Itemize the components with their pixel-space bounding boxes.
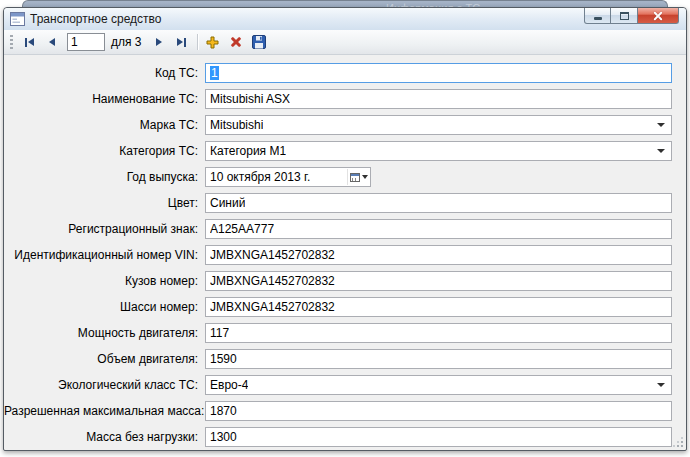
- field-value: JMBXNGA1452702832: [210, 248, 335, 262]
- field-value: Евро-4: [210, 378, 248, 392]
- field-row: Наименование ТС:Mitsubishi ASX: [4, 86, 672, 112]
- text-input[interactable]: JMBXNGA1452702832: [205, 271, 672, 291]
- field-label: Марка ТС:: [4, 118, 205, 132]
- field-row: Регистрационный знак:A125AA777: [4, 216, 672, 242]
- move-first-button[interactable]: [18, 32, 40, 52]
- field-label: Шасси номер:: [4, 300, 205, 314]
- titlebar[interactable]: Транспортное средство: [4, 8, 686, 30]
- add-new-button[interactable]: [202, 32, 224, 52]
- field-row: Кузов номер:JMBXNGA1452702832: [4, 268, 672, 294]
- field-value: 10 октября 2013 г.: [210, 170, 310, 184]
- move-first-icon: [25, 38, 34, 47]
- text-input[interactable]: Mitsubishi ASX: [205, 89, 672, 109]
- move-previous-button[interactable]: [41, 32, 63, 52]
- close-icon: [653, 11, 663, 21]
- combo-box[interactable]: Евро-4: [205, 375, 672, 395]
- field-row: Шасси номер:JMBXNGA1452702832: [4, 294, 672, 320]
- text-input[interactable]: JMBXNGA1452702832: [205, 245, 672, 265]
- text-input[interactable]: 117: [205, 323, 672, 343]
- vehicle-form-window: Транспортное средство для 3: [3, 7, 687, 451]
- save-button[interactable]: [248, 32, 270, 52]
- window-title: Транспортное средство: [30, 12, 162, 26]
- combo-box[interactable]: Mitsubishi: [205, 115, 672, 135]
- field-value: 1870: [210, 404, 237, 418]
- field-label: Масса без нагрузки:: [4, 430, 205, 444]
- form-fields: Код ТС:1Наименование ТС:Mitsubishi ASXМа…: [4, 55, 686, 451]
- field-label: Экологический класс ТС:: [4, 378, 205, 392]
- move-next-button[interactable]: [148, 32, 170, 52]
- calendar-icon: [350, 173, 360, 182]
- field-value: A125AA777: [210, 222, 274, 236]
- field-row: Объем двигателя:1590: [4, 346, 672, 372]
- field-row: Категория ТС:Категория M1: [4, 138, 672, 164]
- delete-icon: [230, 36, 242, 48]
- text-input[interactable]: 1870: [205, 401, 672, 421]
- text-input[interactable]: 1590: [205, 349, 672, 369]
- field-label: Кузов номер:: [4, 274, 205, 288]
- field-value: Категория M1: [210, 144, 286, 158]
- field-label: Идентификационный номер VIN:: [4, 248, 205, 262]
- field-value: 1300: [210, 430, 237, 444]
- combo-box[interactable]: Категория M1: [205, 141, 672, 161]
- text-input[interactable]: JMBXNGA1452702832: [205, 297, 672, 317]
- form-window-icon: [10, 12, 25, 26]
- date-picker[interactable]: 10 октября 2013 г.: [205, 167, 371, 187]
- toolbar-separator: [197, 34, 198, 50]
- text-input[interactable]: A125AA777: [205, 219, 672, 239]
- field-label: Разрешенная максимальная масса:: [4, 404, 205, 418]
- text-input[interactable]: 1300: [205, 427, 672, 447]
- record-count-label: для 3: [111, 35, 142, 49]
- save-icon: [252, 35, 266, 49]
- chevron-down-icon[interactable]: [657, 123, 665, 127]
- maximize-button[interactable]: [611, 8, 637, 24]
- field-row: Цвет:Синий: [4, 190, 672, 216]
- field-value: Синий: [210, 196, 245, 210]
- calendar-dropdown-button[interactable]: [347, 169, 369, 185]
- move-last-button[interactable]: [171, 32, 193, 52]
- field-label: Наименование ТС:: [4, 92, 205, 106]
- field-value: JMBXNGA1452702832: [210, 274, 335, 288]
- field-row: Масса без нагрузки:1300: [4, 424, 672, 450]
- field-value: 117: [210, 326, 229, 340]
- field-label: Категория ТС:: [4, 144, 205, 158]
- field-label: Мощность двигателя:: [4, 326, 205, 340]
- move-last-icon: [177, 38, 186, 47]
- field-row: Год выпуска:10 октября 2013 г.: [4, 164, 672, 190]
- field-value: 1: [210, 66, 219, 80]
- chevron-down-icon[interactable]: [657, 149, 665, 153]
- field-value: 1590: [210, 352, 237, 366]
- field-value: JMBXNGA1452702832: [210, 300, 335, 314]
- move-previous-icon: [49, 38, 55, 46]
- minimize-button[interactable]: [584, 8, 611, 24]
- text-input[interactable]: 1: [205, 63, 672, 83]
- resize-grip[interactable]: [672, 436, 684, 448]
- binding-navigator-toolbar: для 3: [4, 30, 686, 55]
- field-row: Идентификационный номер VIN:JMBXNGA14527…: [4, 242, 672, 268]
- toolbar-grip[interactable]: [10, 35, 13, 50]
- field-value: Mitsubishi: [210, 118, 263, 132]
- chevron-down-icon: [362, 175, 368, 179]
- field-value: Mitsubishi ASX: [210, 92, 290, 106]
- add-new-icon: [206, 36, 219, 49]
- chevron-down-icon[interactable]: [657, 383, 665, 387]
- field-label: Цвет:: [4, 196, 205, 210]
- maximize-icon: [620, 12, 629, 20]
- minimize-icon: [594, 17, 602, 20]
- field-row: Разрешенная максимальная масса:1870: [4, 398, 672, 424]
- record-position-input[interactable]: [67, 33, 105, 51]
- field-row: Код ТС:1: [4, 60, 672, 86]
- text-input[interactable]: Синий: [205, 193, 672, 213]
- move-next-icon: [156, 38, 162, 46]
- field-row: Экологический класс ТС:Евро-4: [4, 372, 672, 398]
- field-row: Марка ТС:Mitsubishi: [4, 112, 672, 138]
- field-label: Код ТС:: [4, 66, 205, 80]
- field-label: Регистрационный знак:: [4, 222, 205, 236]
- delete-button[interactable]: [225, 32, 247, 52]
- field-row: Мощность двигателя:117: [4, 320, 672, 346]
- window-controls: [584, 8, 679, 24]
- field-label: Объем двигателя:: [4, 352, 205, 366]
- field-label: Год выпуска:: [4, 170, 205, 184]
- close-button[interactable]: [637, 8, 679, 24]
